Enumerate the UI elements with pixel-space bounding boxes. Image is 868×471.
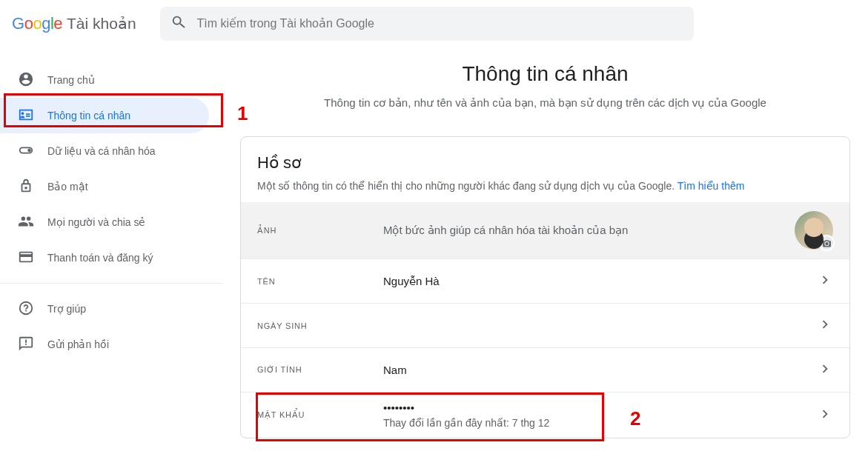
row-label: GIỚI TÍNH: [257, 365, 383, 375]
card-description: Một số thông tin có thể hiển thị cho nhữ…: [257, 180, 833, 192]
row-value: •••••••• Thay đổi lần gần đây nhất: 7 th…: [383, 401, 817, 429]
card-title: Hồ sơ: [257, 153, 833, 173]
sidebar-item-label: Thông tin cá nhân: [47, 110, 130, 121]
sidebar-item-payments[interactable]: Thanh toán và đăng ký: [0, 240, 209, 275]
sidebar-item-label: Thanh toán và đăng ký: [47, 252, 153, 264]
sidebar-item-feedback[interactable]: Gửi phản hồi: [0, 327, 209, 362]
card-header: Hồ sơ Một số thông tin có thể hiển thị c…: [241, 137, 849, 202]
credit-card-icon: [18, 249, 34, 267]
id-card-icon: [18, 107, 34, 125]
product-name: Tài khoản: [67, 15, 136, 33]
search-input[interactable]: [197, 17, 683, 30]
camera-icon: [818, 235, 835, 251]
sidebar-item-label: Mọi người và chia sẻ: [47, 216, 145, 228]
lock-icon: [18, 178, 34, 196]
sidebar-item-data-personalization[interactable]: Dữ liệu và cá nhân hóa: [0, 133, 209, 169]
header: Google Tài khoản: [0, 0, 868, 47]
chevron-right-icon: [817, 406, 833, 425]
row-label: NGÀY SINH: [257, 321, 383, 330]
page-subtitle: Thông tin cơ bản, như tên và ảnh của bạn…: [240, 96, 850, 110]
sidebar-item-label: Trang chủ: [47, 74, 95, 86]
card-desc-text: Một số thông tin có thể hiển thị cho nhữ…: [257, 180, 675, 192]
sidebar-item-personal-info[interactable]: Thông tin cá nhân: [0, 98, 209, 133]
sidebar-item-label: Dữ liệu và cá nhân hóa: [47, 145, 156, 157]
row-password[interactable]: MẬT KHẨU •••••••• Thay đổi lần gần đây n…: [241, 392, 849, 438]
chevron-right-icon: [817, 361, 833, 380]
annotation-number-2: 2: [630, 407, 640, 430]
help-icon: [18, 300, 34, 318]
sidebar-item-people-sharing[interactable]: Mọi người và chia sẻ: [0, 204, 209, 240]
row-name[interactable]: TÊN Nguyễn Hà: [241, 258, 849, 303]
row-value: Một bức ảnh giúp cá nhân hóa tài khoản c…: [383, 224, 795, 237]
profile-card: Hồ sơ Một số thông tin có thể hiển thị c…: [240, 136, 850, 438]
logo[interactable]: Google Tài khoản: [12, 14, 136, 33]
password-mask: ••••••••: [383, 401, 817, 414]
row-birthday[interactable]: NGÀY SINH: [241, 303, 849, 347]
divider: [0, 283, 222, 284]
avatar[interactable]: [795, 211, 833, 250]
password-last-changed: Thay đổi lần gần đây nhất: 7 thg 12: [383, 417, 817, 429]
chevron-right-icon: [817, 272, 833, 291]
sidebar-item-help[interactable]: Trợ giúp: [0, 291, 209, 327]
search-bar[interactable]: [160, 7, 694, 41]
learn-more-link[interactable]: Tìm hiểu thêm: [677, 180, 745, 192]
sidebar-item-label: Gửi phản hồi: [47, 338, 109, 350]
feedback-icon: [18, 335, 34, 354]
search-icon: [170, 14, 187, 33]
sidebar-item-label: Bảo mật: [47, 181, 88, 193]
sidebar-item-label: Trợ giúp: [47, 303, 86, 315]
row-value: Nam: [383, 364, 817, 376]
people-icon: [18, 213, 34, 232]
google-logo: Google: [12, 14, 62, 33]
sidebar-item-security[interactable]: Bảo mật: [0, 169, 209, 204]
sidebar-item-home[interactable]: Trang chủ: [0, 62, 209, 98]
row-label: ẢNH: [257, 226, 383, 236]
user-circle-icon: [18, 71, 34, 90]
page-title: Thông tin cá nhân: [240, 62, 850, 86]
main-content: Thông tin cá nhân Thông tin cơ bản, như …: [222, 47, 868, 438]
row-gender[interactable]: GIỚI TÍNH Nam: [241, 347, 849, 392]
annotation-number-1: 1: [237, 102, 248, 125]
sidebar: Trang chủ Thông tin cá nhân Dữ liệu và c…: [0, 47, 222, 438]
row-label: MẬT KHẨU: [257, 410, 383, 420]
row-label: TÊN: [257, 277, 383, 286]
row-photo[interactable]: ẢNH Một bức ảnh giúp cá nhân hóa tài kho…: [241, 202, 849, 258]
row-value: Nguyễn Hà: [383, 275, 817, 288]
chevron-right-icon: [817, 316, 833, 335]
toggle-icon: [18, 142, 34, 161]
